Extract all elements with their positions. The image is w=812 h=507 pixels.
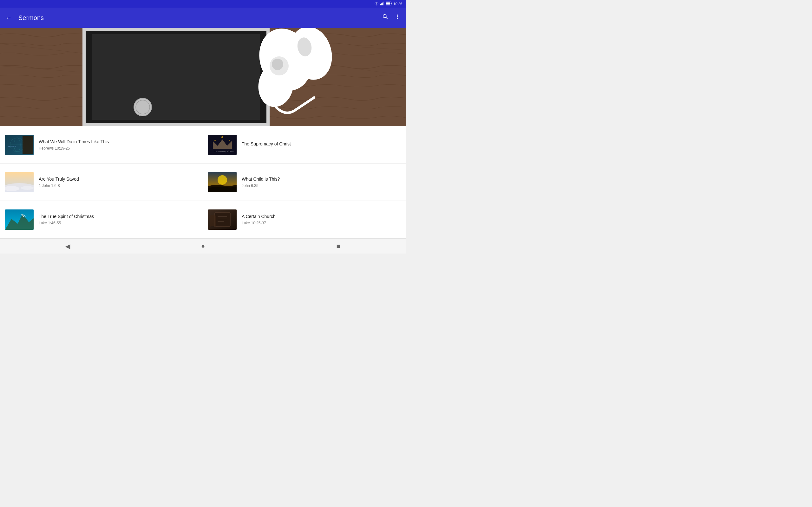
bottom-nav: ◀ ● ■: [0, 238, 406, 253]
svg-rect-5: [392, 3, 392, 4]
sermon-title: The Supremacy of Christ: [242, 141, 401, 147]
svg-point-34: [214, 140, 216, 141]
sermon-item[interactable]: The Supremacy of Christ The Supremacy of…: [203, 126, 406, 164]
sermon-scripture: Luke 10:25-37: [242, 221, 401, 225]
sermon-thumbnail: [5, 172, 34, 192]
sermon-title: Are You Truly Saved: [39, 176, 198, 182]
svg-text:GLOBE: GLOBE: [8, 146, 16, 148]
sermon-scripture: Luke 1:46-55: [39, 221, 198, 225]
svg-text:The Supremacy of Christ: The Supremacy of Christ: [214, 151, 234, 153]
sermon-title: The True Spirit of Christmas: [39, 214, 198, 219]
sermon-text-block: The True Spirit of ChristmasLuke 1:46-55: [39, 214, 198, 225]
sermon-item[interactable]: The True Spirit of ChristmasLuke 1:46-55: [0, 201, 203, 238]
app-bar-actions: [382, 13, 401, 22]
sermon-text-block: What Child is This?John 6:35: [242, 176, 401, 187]
svg-rect-44: [214, 213, 230, 227]
sermon-scripture: 1 John 1:6-8: [39, 183, 198, 188]
status-time: 10:26: [393, 2, 402, 6]
svg-point-35: [229, 140, 230, 141]
sermon-scripture: John 6:35: [242, 183, 401, 188]
sermon-text-block: What We Will Do in Times Like ThisHebrew…: [39, 139, 198, 150]
status-icons: 10:26: [374, 2, 402, 6]
sermon-thumbnail: [208, 172, 237, 192]
app-bar: ← Sermons: [0, 8, 406, 28]
svg-point-39: [21, 186, 34, 190]
svg-rect-29: [22, 136, 33, 154]
more-button[interactable]: [394, 13, 401, 22]
search-button[interactable]: [382, 13, 389, 22]
svg-rect-0: [380, 4, 381, 5]
signal-icon: [380, 2, 385, 6]
sermon-thumbnail: [208, 210, 237, 230]
nav-back-button[interactable]: ◀: [60, 239, 75, 254]
sermon-title: What We Will Do in Times Like This: [39, 139, 198, 145]
hero-image: [0, 28, 406, 126]
svg-rect-3: [384, 2, 385, 5]
sermon-scripture: Hebrews 10:19-25: [39, 146, 198, 151]
sermon-item[interactable]: What Child is This?John 6:35: [203, 164, 406, 201]
svg-point-12: [134, 98, 152, 116]
svg-rect-2: [382, 3, 383, 5]
sermon-item[interactable]: A Certain ChurchLuke 10:25-37: [203, 201, 406, 238]
sermon-text-block: Are You Truly Saved1 John 1:6-8: [39, 176, 198, 187]
svg-rect-1: [381, 3, 382, 6]
nav-recent-button[interactable]: ■: [331, 239, 346, 254]
sermon-text-block: A Certain ChurchLuke 10:25-37: [242, 214, 401, 225]
battery-icon: [386, 2, 392, 6]
app-title: Sermons: [18, 14, 382, 21]
sermon-title: What Child is This?: [242, 176, 401, 182]
svg-point-41: [217, 175, 227, 185]
svg-rect-11: [92, 34, 260, 120]
sermon-thumbnail: [5, 210, 34, 230]
svg-rect-6: [386, 3, 391, 5]
wifi-icon: [374, 2, 379, 6]
svg-point-17: [272, 59, 283, 70]
sermon-item[interactable]: GLOBE What We Will Do in Times Like This…: [0, 126, 203, 164]
sermon-item[interactable]: Are You Truly Saved1 John 1:6-8: [0, 164, 203, 201]
svg-point-33: [221, 136, 223, 138]
back-button[interactable]: ←: [5, 14, 12, 22]
sermon-list: GLOBE What We Will Do in Times Like This…: [0, 126, 406, 238]
sermon-text-block: The Supremacy of Christ: [242, 141, 401, 148]
nav-home-button[interactable]: ●: [195, 239, 211, 254]
status-bar: 10:26: [0, 0, 406, 8]
sermon-thumbnail: GLOBE: [5, 135, 34, 155]
sermon-title: A Certain Church: [242, 214, 401, 219]
sermon-thumbnail: The Supremacy of Christ: [208, 135, 237, 155]
